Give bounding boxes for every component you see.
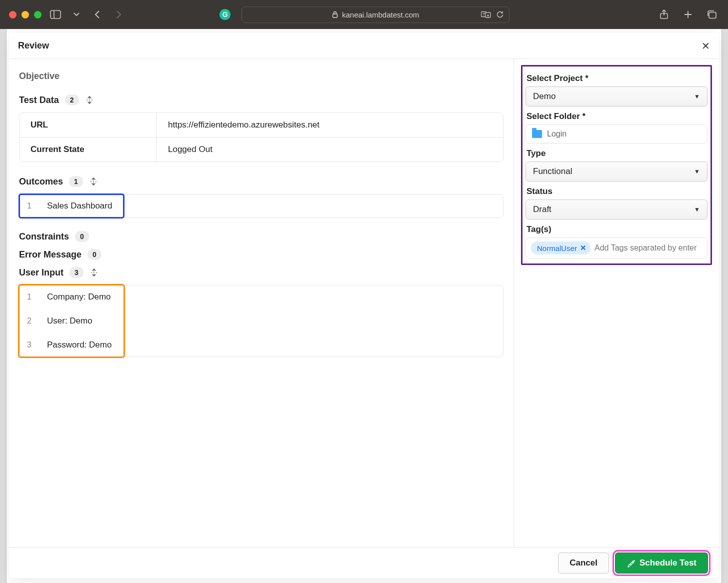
svg-point-7 — [86, 100, 88, 100]
folder-icon — [532, 130, 542, 138]
minimize-window-icon[interactable] — [22, 11, 29, 18]
project-value: Demo — [533, 92, 556, 102]
svg-point-8 — [89, 100, 90, 100]
chevron-down-icon[interactable] — [70, 8, 84, 22]
list-number: 1 — [27, 202, 33, 210]
url-bar[interactable]: kaneai.lambdatest.com — [242, 6, 510, 23]
config-panel: Select Project * Demo ▼ Select Folder * … — [521, 65, 712, 265]
chevron-down-icon: ▼ — [694, 206, 700, 213]
user-input-item[interactable]: Password: Demo — [47, 340, 112, 350]
url-text: kaneai.lambdatest.com — [342, 10, 419, 19]
user-input-list: 1 Company: Demo 2 User: Demo 3 Password:… — [19, 285, 504, 357]
table-key: Current State — [20, 138, 157, 162]
new-tab-icon[interactable] — [681, 8, 695, 22]
status-select[interactable]: Draft ▼ — [526, 200, 708, 220]
outcomes-heading: Outcomes — [19, 176, 63, 187]
list-number: 3 — [27, 340, 33, 350]
review-left-column: Objective Test Data 2 URL https://effizi… — [9, 59, 514, 547]
table-value: https://effizientedemo.azurewebsites.net — [157, 113, 503, 137]
svg-rect-6 — [709, 12, 716, 18]
maximize-window-icon[interactable] — [34, 11, 42, 18]
chevron-down-icon: ▼ — [694, 93, 700, 100]
cancel-button[interactable]: Cancel — [558, 552, 609, 574]
svg-rect-2 — [332, 14, 337, 18]
close-icon[interactable]: ✕ — [702, 40, 710, 52]
folder-value: Login — [547, 130, 566, 138]
remove-tag-icon[interactable]: ✕ — [580, 244, 586, 252]
collapse-icon[interactable] — [85, 96, 94, 104]
forward-button — [112, 8, 126, 22]
back-button[interactable] — [90, 8, 104, 22]
modal-title: Review — [18, 40, 49, 51]
table-key: URL — [20, 113, 157, 137]
test-data-table: URL https://effizientedemo.azurewebsites… — [19, 112, 504, 162]
chevron-down-icon: ▼ — [694, 168, 700, 175]
close-window-icon[interactable] — [9, 11, 16, 18]
svg-rect-0 — [50, 10, 60, 18]
type-label: Type — [526, 148, 708, 158]
type-select[interactable]: Functional ▼ — [526, 162, 708, 182]
error-message-count-badge: 0 — [88, 249, 102, 260]
tags-text-input[interactable] — [594, 244, 702, 252]
error-message-heading: Error Message — [19, 250, 82, 260]
list-number: 1 — [27, 292, 33, 302]
page-background — [722, 29, 728, 583]
share-icon[interactable] — [657, 8, 671, 22]
schedule-test-label: Schedule Test — [640, 558, 696, 568]
sidebar-toggle-icon[interactable] — [48, 8, 62, 22]
schedule-test-button[interactable]: Schedule Test — [615, 552, 708, 574]
reload-icon[interactable] — [496, 10, 504, 18]
outcomes-count-badge: 1 — [69, 176, 83, 187]
svg-point-10 — [90, 181, 92, 182]
folder-label: Select Folder * — [526, 112, 708, 122]
table-row: Current State Logged Out — [20, 137, 503, 162]
user-input-count-badge: 3 — [70, 267, 84, 278]
type-value: Functional — [533, 166, 572, 176]
constraints-count-badge: 0 — [75, 231, 89, 242]
status-label: Status — [526, 186, 708, 196]
objective-heading: Objective — [19, 71, 504, 82]
list-number: 2 — [27, 316, 33, 326]
translate-icon[interactable] — [481, 10, 491, 18]
svg-point-15 — [96, 272, 97, 273]
review-modal: Review ✕ Objective Test Data 2 URL https… — [9, 33, 719, 578]
table-value: Logged Out — [157, 138, 503, 162]
browser-chrome: G kaneai.lambdatest.com — [0, 0, 728, 29]
collapse-icon[interactable] — [90, 268, 98, 277]
lock-icon — [332, 11, 338, 18]
user-input-item[interactable]: User: Demo — [47, 316, 92, 326]
svg-point-13 — [91, 272, 92, 273]
review-right-column: Select Project * Demo ▼ Select Folder * … — [514, 59, 719, 547]
test-data-count-badge: 2 — [65, 94, 79, 106]
tags-label: Tag(s) — [526, 224, 708, 234]
user-input-heading: User Input — [19, 268, 64, 278]
test-data-heading: Test Data — [19, 95, 59, 106]
rocket-icon — [626, 558, 636, 568]
grammarly-icon[interactable]: G — [220, 9, 230, 20]
page-background — [0, 29, 6, 583]
status-value: Draft — [533, 204, 552, 214]
user-input-item[interactable]: Company: Demo — [47, 292, 111, 302]
svg-point-9 — [92, 100, 92, 100]
tag-label: NormalUser — [537, 244, 577, 252]
svg-point-11 — [93, 181, 94, 182]
project-label: Select Project * — [526, 74, 708, 84]
table-row: URL https://effizientedemo.azurewebsites… — [20, 113, 503, 137]
project-select[interactable]: Demo ▼ — [526, 86, 708, 106]
folder-select[interactable]: Login — [526, 124, 708, 144]
svg-point-12 — [96, 181, 96, 182]
svg-point-14 — [94, 272, 94, 273]
collapse-icon[interactable] — [89, 177, 98, 186]
constraints-heading: Constraints — [19, 232, 69, 242]
tags-input[interactable]: NormalUser ✕ — [526, 238, 708, 258]
window-controls — [9, 11, 42, 18]
tabs-overview-icon[interactable] — [705, 8, 719, 22]
outcomes-list: 1 Sales Dashboard — [19, 194, 504, 218]
outcome-item[interactable]: Sales Dashboard — [47, 201, 112, 211]
tag-chip: NormalUser ✕ — [531, 242, 590, 254]
